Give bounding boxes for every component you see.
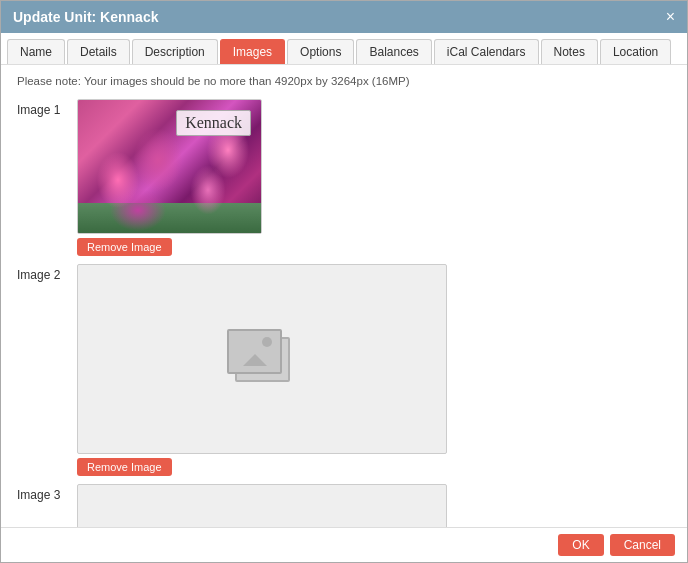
image-1-area: Kennack Remove Image	[77, 99, 262, 256]
tab-balances[interactable]: Balances	[356, 39, 431, 64]
tab-location[interactable]: Location	[600, 39, 671, 64]
image-2-placeholder	[77, 264, 447, 454]
image-3-row: Image 3	[17, 484, 671, 527]
image-2-label: Image 2	[17, 264, 77, 282]
image-1-watermark: Kennack	[176, 110, 251, 136]
tab-ical-calendars[interactable]: iCal Calendars	[434, 39, 539, 64]
modal-footer: OK Cancel	[1, 527, 687, 562]
placeholder-icon-front	[227, 329, 282, 374]
cancel-button[interactable]: Cancel	[610, 534, 675, 556]
tab-name[interactable]: Name	[7, 39, 65, 64]
image-3-label: Image 3	[17, 484, 77, 502]
image-2-area: Remove Image	[77, 264, 447, 476]
remove-image-2-button[interactable]: Remove Image	[77, 458, 172, 476]
image-1-row: Image 1 Kennack Remove Image	[17, 99, 671, 256]
remove-image-1-button[interactable]: Remove Image	[77, 238, 172, 256]
modal-header: Update Unit: Kennack ×	[1, 1, 687, 33]
image-3-area	[77, 484, 447, 527]
modal-title: Update Unit: Kennack	[13, 9, 158, 25]
update-unit-modal: Update Unit: Kennack × Name Details Desc…	[0, 0, 688, 563]
image-2-row: Image 2 Remove Image	[17, 264, 671, 476]
tab-notes[interactable]: Notes	[541, 39, 598, 64]
image-1-label: Image 1	[17, 99, 77, 117]
tab-options[interactable]: Options	[287, 39, 354, 64]
tab-description[interactable]: Description	[132, 39, 218, 64]
close-button[interactable]: ×	[666, 9, 675, 25]
tab-bar: Name Details Description Images Options …	[1, 33, 687, 65]
flower-image: Kennack	[78, 100, 261, 233]
tab-images[interactable]: Images	[220, 39, 285, 64]
image-3-placeholder	[77, 484, 447, 527]
modal-body: Please note: Your images should be no mo…	[1, 65, 687, 527]
image-notice: Please note: Your images should be no mo…	[17, 75, 671, 87]
tab-details[interactable]: Details	[67, 39, 130, 64]
placeholder-icon	[227, 329, 297, 389]
ok-button[interactable]: OK	[558, 534, 603, 556]
image-1-preview: Kennack	[77, 99, 262, 234]
